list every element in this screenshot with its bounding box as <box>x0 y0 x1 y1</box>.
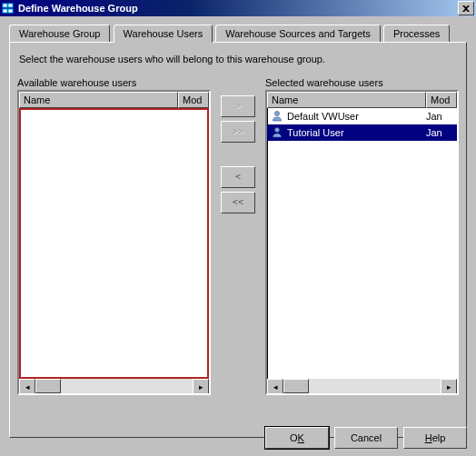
title-bar[interactable]: Define Warehouse Group <box>0 0 476 16</box>
selected-col-mod[interactable]: Mod <box>426 92 457 108</box>
row-mod: Jan <box>426 111 457 122</box>
available-col-name[interactable]: Name <box>19 92 178 108</box>
available-hscroll[interactable]: ◂ ▸ <box>19 379 209 393</box>
tab-warehouse-group[interactable]: Warehouse Group <box>9 25 110 42</box>
client-area: Warehouse Group Warehouse Users Warehous… <box>0 16 476 456</box>
define-warehouse-group-window: Define Warehouse Group Warehouse Group W… <box>0 0 476 456</box>
instruction-text: Select the warehouse users who will belo… <box>19 54 459 64</box>
scroll-right-icon[interactable]: ▸ <box>441 379 457 395</box>
list-item[interactable]: Default VWUserJan <box>267 108 457 124</box>
selected-rows[interactable]: Default VWUserJanTutorial UserJan <box>267 108 457 379</box>
help-button[interactable]: Help <box>403 427 467 449</box>
tab-panel-users: Select the warehouse users who will belo… <box>9 42 467 438</box>
row-mod: Jan <box>426 127 457 138</box>
remove-all-button[interactable]: << <box>221 192 255 213</box>
svg-rect-1 <box>8 4 13 7</box>
scroll-right-icon[interactable]: ▸ <box>193 379 209 395</box>
available-rows[interactable] <box>19 108 209 379</box>
add-all-button[interactable]: >> <box>221 121 255 143</box>
ok-button[interactable]: OK <box>265 427 329 449</box>
available-label: Available warehouse users <box>17 77 211 88</box>
available-section: Available warehouse users Name Mod ◂ ▸ <box>17 77 211 395</box>
tab-warehouse-sources[interactable]: Warehouse Sources and Targets <box>215 25 381 42</box>
selected-section: Selected warehouse users Name Mod Defaul… <box>265 77 459 395</box>
dialog-buttons: OK Cancel Help <box>265 427 467 449</box>
selected-header: Name Mod <box>267 92 457 108</box>
row-name: Default VWUser <box>287 111 422 122</box>
list-item[interactable]: Tutorial UserJan <box>267 124 457 141</box>
selected-col-name[interactable]: Name <box>267 92 426 108</box>
remove-button[interactable]: < <box>221 166 255 188</box>
window-title: Define Warehouse Group <box>18 3 458 14</box>
scroll-left-icon[interactable]: ◂ <box>267 379 283 395</box>
window-icon <box>2 2 15 15</box>
svg-rect-2 <box>3 9 7 13</box>
available-header: Name Mod <box>19 92 209 108</box>
scroll-thumb[interactable] <box>35 379 61 393</box>
svg-rect-3 <box>8 9 13 13</box>
selected-hscroll[interactable]: ◂ ▸ <box>267 379 457 393</box>
svg-rect-0 <box>3 4 7 7</box>
user-icon <box>271 110 283 123</box>
tab-bar: Warehouse Group Warehouse Users Warehous… <box>9 24 467 42</box>
scroll-track[interactable] <box>35 379 193 393</box>
svg-point-4 <box>275 112 280 116</box>
selected-label: Selected warehouse users <box>265 77 459 88</box>
user-icon <box>271 126 283 139</box>
selected-listbox[interactable]: Name Mod Default VWUserJanTutorial UserJ… <box>265 90 459 395</box>
available-col-mod[interactable]: Mod <box>178 92 209 108</box>
scroll-left-icon[interactable]: ◂ <box>19 379 35 395</box>
tab-processes[interactable]: Processes <box>383 25 450 42</box>
row-name: Tutorial User <box>287 127 422 138</box>
columns: Available warehouse users Name Mod ◂ ▸ <box>17 77 459 395</box>
transfer-buttons: > >> < << <box>218 77 258 395</box>
available-listbox[interactable]: Name Mod ◂ ▸ <box>17 90 211 395</box>
cancel-button[interactable]: Cancel <box>334 427 398 449</box>
scroll-track[interactable] <box>283 379 441 393</box>
close-button[interactable] <box>458 1 474 15</box>
svg-point-5 <box>275 128 280 133</box>
scroll-thumb[interactable] <box>283 379 309 393</box>
add-button[interactable]: > <box>221 95 255 117</box>
tab-warehouse-users[interactable]: Warehouse Users <box>114 25 213 43</box>
